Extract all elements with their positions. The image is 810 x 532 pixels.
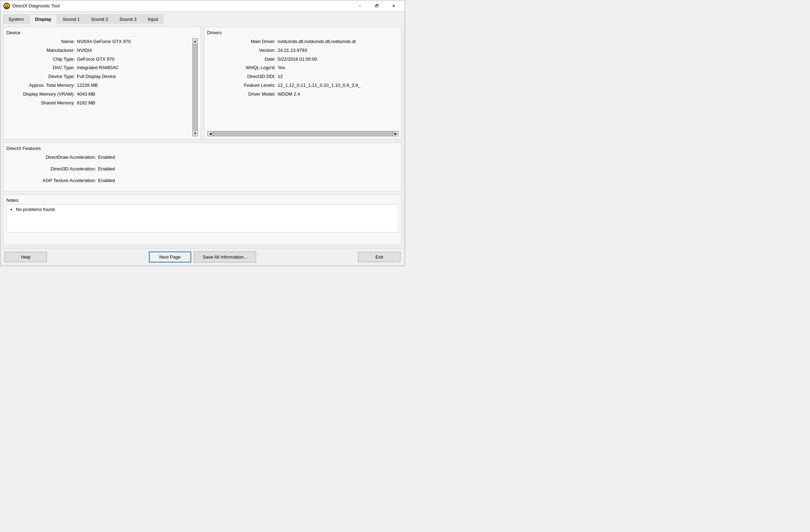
value-device-type: Full Display Device (77, 73, 116, 80)
save-all-button[interactable]: Save All Information... (194, 252, 256, 262)
feature-row-direct3d: Direct3D Acceleration: Enabled (6, 165, 399, 173)
table-row: Manufacturer: NVIDIA (6, 47, 192, 54)
table-row: WHQL Logo'd: Yes (207, 64, 399, 72)
drivers-scrollbar-h[interactable]: ◀ ▶ (207, 131, 399, 137)
minimize-button[interactable]: – (352, 1, 368, 11)
title-bar: DirectX Diagnostic Tool – 🗗 ✕ (0, 0, 405, 12)
exit-button[interactable]: Exit (358, 252, 400, 262)
table-row: Driver Model: WDDM 2.4 (207, 91, 399, 98)
main-window: DirectX Diagnostic Tool – 🗗 ✕ System Dis… (0, 0, 405, 266)
label-shared-memory: Shared Memory: (6, 99, 77, 107)
notes-title: Notes (6, 198, 399, 203)
label-dac-type: DAC Type: (6, 64, 77, 72)
tab-input[interactable]: Input (143, 14, 163, 24)
title-bar-left: DirectX Diagnostic Tool (3, 2, 60, 10)
device-scroll-area: Name: NVIDIA GeForce GTX 970 Manufacture… (6, 38, 198, 137)
device-panel: Device Name: NVIDIA GeForce GTX 970 Manu… (3, 27, 201, 140)
tab-sound2[interactable]: Sound 2 (86, 14, 113, 24)
drivers-info-table: Main Driver: nvldumdx.dll,nvldumdx.dll,n… (207, 38, 399, 129)
content-area: Device Name: NVIDIA GeForce GTX 970 Manu… (0, 24, 405, 248)
value-feature-levels: 12_1,12_0,11_1,11_0,10_1,10_0,9_3,9_ (278, 82, 361, 89)
table-row: Date: 5/22/2018 01:00:00 (207, 56, 399, 63)
tab-bar: System Display Sound 1 Sound 2 Sound 3 I… (0, 12, 405, 24)
device-panel-title: Device (6, 30, 198, 35)
feature-row-directdraw: DirectDraw Acceleration: Enabled (6, 154, 399, 161)
tab-sound3[interactable]: Sound 3 (114, 14, 141, 24)
drivers-panel: Drivers Main Driver: nvldumdx.dll,nvldum… (204, 27, 402, 140)
table-row: Chip Type: GeForce GTX 970 (6, 56, 192, 63)
bottom-center-buttons: Next Page Save All Information... (149, 252, 256, 262)
label-approx-memory: Approx. Total Memory: (6, 82, 77, 89)
label-date: Date: (207, 56, 278, 63)
features-title: DirectX Features (6, 146, 399, 151)
label-direct3d: Direct3D Acceleration: (6, 165, 98, 173)
drivers-panel-title: Drivers (207, 30, 399, 35)
scroll-thumb-h[interactable] (213, 131, 393, 136)
scroll-right-button[interactable]: ▶ (393, 131, 398, 136)
svg-point-2 (6, 5, 8, 7)
table-row: Display Memory (VRAM): 4043 MB (6, 91, 192, 98)
label-display-memory: Display Memory (VRAM): (6, 91, 77, 98)
label-d3d-ddi: Direct3D DDI: (207, 73, 278, 80)
value-dac-type: Integrated RAMDAC (77, 64, 119, 72)
value-name: NVIDIA GeForce GTX 970 (77, 38, 131, 46)
value-version: 24.21.13.9793 (278, 47, 307, 54)
value-whql: Yes (278, 64, 285, 72)
tab-display[interactable]: Display (30, 14, 56, 24)
label-device-type: Device Type: (6, 73, 77, 80)
table-row: Main Driver: nvldumdx.dll,nvldumdx.dll,n… (207, 38, 399, 46)
value-display-memory: 4043 MB (77, 91, 95, 98)
label-driver-model: Driver Model: (207, 91, 278, 98)
label-name: Name: (6, 38, 77, 46)
label-version: Version: (207, 47, 278, 54)
scroll-up-button[interactable]: ▲ (193, 38, 198, 44)
value-agp: Enabled (98, 177, 115, 185)
next-page-button[interactable]: Next Page (149, 252, 191, 262)
value-direct3d: Enabled (98, 165, 115, 173)
label-agp: AGP Texture Acceleration: (6, 177, 98, 185)
value-chip-type: GeForce GTX 970 (77, 56, 114, 63)
label-whql: WHQL Logo'd: (207, 64, 278, 72)
value-approx-memory: 12226 MB (77, 82, 98, 89)
app-icon (3, 2, 10, 10)
value-manufacturer: NVIDIA (77, 47, 92, 54)
device-scrollbar-v[interactable]: ▲ ▼ (192, 38, 198, 137)
label-chip-type: Chip Type: (6, 56, 77, 63)
label-main-driver: Main Driver: (207, 38, 278, 46)
value-date: 5/22/2018 01:00:00 (278, 56, 317, 63)
label-feature-levels: Feature Levels: (207, 82, 278, 89)
close-button[interactable]: ✕ (386, 1, 402, 11)
restore-button[interactable]: 🗗 (369, 1, 385, 11)
table-row: Version: 24.21.13.9793 (207, 47, 399, 54)
help-button[interactable]: Help (5, 252, 47, 262)
value-shared-memory: 8182 MB (77, 99, 95, 107)
table-row: Direct3D DDI: 12 (207, 73, 399, 80)
scroll-down-button[interactable]: ▼ (193, 131, 198, 136)
value-d3d-ddi: 12 (278, 73, 283, 80)
table-row: Approx. Total Memory: 12226 MB (6, 82, 192, 89)
value-directdraw: Enabled (98, 154, 115, 161)
feature-row-agp: AGP Texture Acceleration: Enabled (6, 177, 399, 185)
tab-system[interactable]: System (3, 14, 29, 24)
label-manufacturer: Manufacturer: (6, 47, 77, 54)
window-title: DirectX Diagnostic Tool (12, 3, 60, 8)
value-main-driver: nvldumdx.dll,nvldumdx.dll,nvldumdx.dl (278, 38, 356, 46)
table-row: Feature Levels: 12_1,12_0,11_1,11_0,10_1… (207, 82, 399, 89)
tab-sound1[interactable]: Sound 1 (58, 14, 85, 24)
notes-box: No problems found. (6, 204, 399, 232)
device-info-table: Name: NVIDIA GeForce GTX 970 Manufacture… (6, 38, 192, 137)
notes-list: No problems found. (16, 207, 395, 212)
table-row: Device Type: Full Display Device (6, 73, 192, 80)
scroll-left-button[interactable]: ◀ (207, 131, 213, 136)
top-panels: Device Name: NVIDIA GeForce GTX 970 Manu… (3, 27, 402, 140)
scroll-thumb[interactable] (193, 44, 198, 130)
label-directdraw: DirectDraw Acceleration: (6, 154, 98, 161)
title-bar-buttons: – 🗗 ✕ (352, 1, 402, 11)
table-row: Shared Memory: 8182 MB (6, 99, 192, 107)
notes-panel: Notes No problems found. (3, 194, 402, 245)
value-driver-model: WDDM 2.4 (278, 91, 300, 98)
list-item: No problems found. (16, 207, 395, 212)
directx-features-panel: DirectX Features DirectDraw Acceleration… (3, 143, 402, 192)
bottom-bar: Help Next Page Save All Information... E… (0, 248, 405, 266)
table-row: DAC Type: Integrated RAMDAC (6, 64, 192, 72)
